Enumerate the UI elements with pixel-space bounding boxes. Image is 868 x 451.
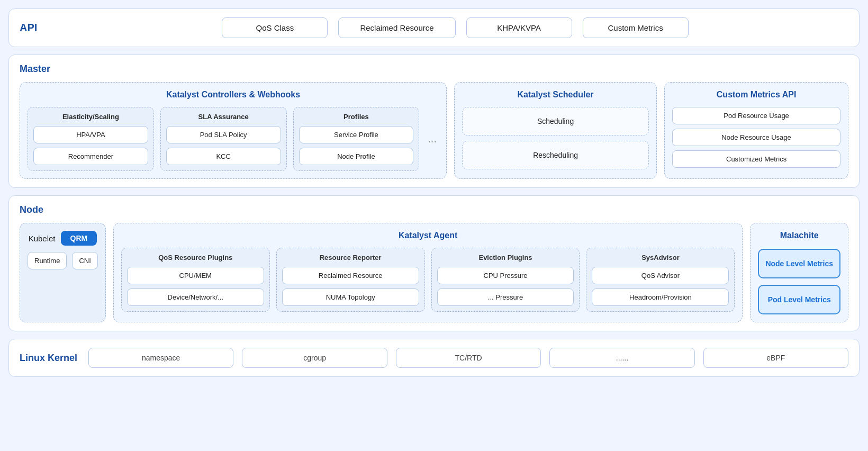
elasticity-col: Elasticity/Scaling HPA/VPA Recommender <box>28 107 154 171</box>
kubelet-row2: Runtime CNI <box>28 252 98 269</box>
pod-sla-box[interactable]: Pod SLA Policy <box>166 126 281 143</box>
linux-pill-cgroup[interactable]: cgroup <box>242 348 387 368</box>
numa-topology-box[interactable]: NUMA Topology <box>282 288 419 306</box>
master-section: Master Katalyst Controllers & Webhooks E… <box>8 55 860 188</box>
elasticity-title: Elasticity/Scaling <box>33 113 148 121</box>
node-resource-usage-box[interactable]: Node Resource Usage <box>672 129 840 146</box>
linux-pill-tcrtd[interactable]: TC/RTD <box>396 348 541 368</box>
cpu-pressure-box[interactable]: CPU Pressure <box>437 267 574 284</box>
rescheduling-box[interactable]: Rescheduling <box>462 141 649 169</box>
malachite-block: Malachite Node Level Metrics Pod Level M… <box>750 223 848 322</box>
api-pill-qos[interactable]: QoS Class <box>222 17 328 38</box>
custom-metrics-api-title: Custom Metrics API <box>672 90 840 100</box>
kubelet-row: Kubelet QRM <box>29 231 97 246</box>
custom-metrics-api-block: Custom Metrics API Pod Resource Usage No… <box>664 82 848 179</box>
node-level-metrics-btn[interactable]: Node Level Metrics <box>758 249 840 278</box>
linux-label: Linux Kernel <box>20 353 88 364</box>
controllers-title: Katalyst Controllers & Webhooks <box>28 90 439 100</box>
qos-plugins-title: QoS Resource Plugins <box>127 254 264 261</box>
sla-col: SLA Assurance Pod SLA Policy KCC <box>160 107 287 171</box>
node-title: Node <box>20 204 848 215</box>
kcc-box[interactable]: KCC <box>166 148 281 165</box>
linux-section: Linux Kernel namespace cgroup TC/RTD ...… <box>8 339 860 377</box>
node-inner: Kubelet QRM Runtime CNI Katalyst Agent Q… <box>20 223 848 322</box>
scheduler-block: Katalyst Scheduler Scheduling Rescheduli… <box>454 82 657 179</box>
linux-pill-ebpf[interactable]: eBPF <box>703 348 848 368</box>
pod-resource-usage-box[interactable]: Pod Resource Usage <box>672 107 840 124</box>
resource-reporter-col: Resource Reporter Reclaimed Resource NUM… <box>276 248 425 312</box>
resource-reporter-title: Resource Reporter <box>282 254 419 261</box>
agent-title: Katalyst Agent <box>121 231 735 240</box>
runtime-box[interactable]: Runtime <box>28 252 67 269</box>
master-inner: Katalyst Controllers & Webhooks Elastici… <box>20 82 848 179</box>
linux-pill-dots[interactable]: ...... <box>549 348 694 368</box>
api-pill-reclaimed[interactable]: Reclaimed Resource <box>338 17 455 38</box>
sysadvisor-col: SysAdvisor QoS Advisor Headroom/Provisio… <box>586 248 735 312</box>
controllers-cols: Elasticity/Scaling HPA/VPA Recommender S… <box>28 107 439 171</box>
controllers-block: Katalyst Controllers & Webhooks Elastici… <box>20 82 447 179</box>
controllers-ellipsis: ... <box>426 107 439 171</box>
reclaimed-resource-node-box[interactable]: Reclaimed Resource <box>282 267 419 284</box>
master-title: Master <box>20 64 848 75</box>
pressure-box[interactable]: ... Pressure <box>437 288 574 306</box>
profiles-col: Profiles Service Profile Node Profile <box>293 107 420 171</box>
pod-level-metrics-btn[interactable]: Pod Level Metrics <box>758 285 840 314</box>
qos-advisor-box[interactable]: QoS Advisor <box>592 267 729 284</box>
api-pills: QoS Class Reclaimed Resource KHPA/KVPA C… <box>62 17 848 38</box>
agent-block: Katalyst Agent QoS Resource Plugins CPU/… <box>113 223 743 322</box>
node-section: Node Kubelet QRM Runtime CNI Katalyst Ag… <box>8 195 860 331</box>
cni-box[interactable]: CNI <box>72 252 97 269</box>
sla-title: SLA Assurance <box>166 113 281 121</box>
malachite-title: Malachite <box>758 231 840 240</box>
api-pill-custom[interactable]: Custom Metrics <box>583 17 689 38</box>
api-label: API <box>20 22 62 34</box>
qrm-badge[interactable]: QRM <box>61 231 97 246</box>
linux-pill-namespace[interactable]: namespace <box>88 348 233 368</box>
device-network-box[interactable]: Device/Network/... <box>127 288 264 306</box>
service-profile-box[interactable]: Service Profile <box>299 126 414 143</box>
linux-inner: Linux Kernel namespace cgroup TC/RTD ...… <box>20 348 848 368</box>
agent-cols: QoS Resource Plugins CPU/MEM Device/Netw… <box>121 248 735 312</box>
sysadvisor-title: SysAdvisor <box>592 254 729 261</box>
kubelet-label: Kubelet <box>29 234 56 243</box>
eviction-plugins-col: Eviction Plugins CPU Pressure ... Pressu… <box>431 248 580 312</box>
hpa-vpa-box[interactable]: HPA/VPA <box>33 126 148 143</box>
api-section: API QoS Class Reclaimed Resource KHPA/KV… <box>8 8 860 47</box>
recommender-box[interactable]: Recommender <box>33 148 148 165</box>
headroom-provision-box[interactable]: Headroom/Provision <box>592 288 729 306</box>
qos-plugins-col: QoS Resource Plugins CPU/MEM Device/Netw… <box>121 248 270 312</box>
api-pill-khpa[interactable]: KHPA/KVPA <box>466 17 572 38</box>
scheduling-box[interactable]: Scheduling <box>462 107 649 136</box>
node-profile-box[interactable]: Node Profile <box>299 148 414 165</box>
linux-pills: namespace cgroup TC/RTD ...... eBPF <box>88 348 848 368</box>
eviction-plugins-title: Eviction Plugins <box>437 254 574 261</box>
kubelet-block: Kubelet QRM Runtime CNI <box>20 223 106 322</box>
profiles-title: Profiles <box>299 113 414 121</box>
scheduler-title: Katalyst Scheduler <box>462 90 649 100</box>
customized-metrics-box[interactable]: Customized Metrics <box>672 150 840 168</box>
cpu-mem-box[interactable]: CPU/MEM <box>127 267 264 284</box>
